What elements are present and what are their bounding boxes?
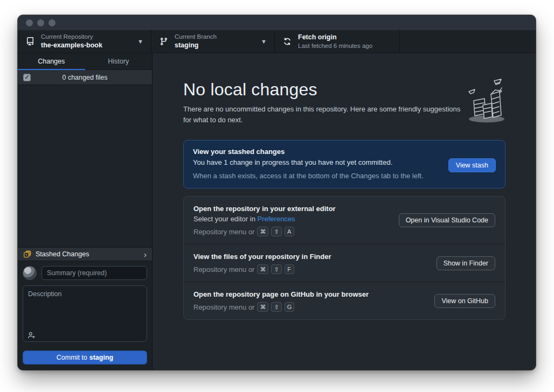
current-branch-label: Current Branch [175,33,217,41]
commit-description-input[interactable] [23,285,147,342]
stash-banner-hint: When a stash exists, access it at the bo… [193,172,496,180]
shortcut-prefix: Repository menu or [193,303,254,311]
app-window: Current Repository the-examples-book ▼ C… [18,15,536,370]
stash-banner-title: View your stashed changes [193,148,496,156]
commit-form: Commit to staging [18,261,152,370]
chevron-down-icon: ▼ [250,38,267,45]
main-panel: No local changes There are no uncommitte… [153,53,536,370]
commit-button-branch: staging [89,354,113,361]
current-branch-value: staging [175,41,217,50]
key-letter: G [285,302,295,312]
chevron-right-icon: › [144,250,147,258]
chevron-down-icon: ▼ [127,38,143,45]
preferences-link[interactable]: Preferences [258,215,295,223]
title-bar [18,15,536,30]
maximize-window-button[interactable] [49,19,56,26]
suggestion-show-in-finder: View the files of your repository in Fin… [184,244,505,282]
sync-icon [283,37,292,46]
view-stash-button[interactable]: View stash [448,158,496,172]
changed-files-count: 0 changed files [18,74,152,81]
add-coauthor-icon[interactable] [27,331,36,339]
shortcut-prefix: Repository menu or [193,265,254,274]
stashed-changes-row[interactable]: Stashed Changes › [18,247,152,261]
shortcut-hint: Repository menu or ⌘ ⇧ A [193,227,495,236]
toolbar: Current Repository the-examples-book ▼ C… [18,30,536,53]
current-repository-value: the-examples-book [41,41,102,50]
suggestion-view-on-github: Open the repository page on GitHub in yo… [184,282,505,319]
changed-files-list [18,85,152,247]
key-shift: ⇧ [271,227,281,236]
commit-summary-input[interactable] [41,266,147,280]
key-command: ⌘ [257,302,268,312]
show-in-finder-button[interactable]: Show in Finder [437,256,495,270]
view-on-github-button[interactable]: View on GitHub [434,294,495,308]
close-window-button[interactable] [26,19,33,26]
tab-history[interactable]: History [85,53,153,69]
tab-changes[interactable]: Changes [18,53,85,69]
stack-icon [23,250,31,258]
avatar [23,266,37,280]
key-letter: A [285,227,294,236]
page-subtitle: There are no uncommitted changes in this… [183,104,466,125]
open-in-editor-button[interactable]: Open in Visual Studio Code [399,213,495,227]
suggestions-list: Open the repository in your external edi… [183,196,505,320]
current-repository-dropdown[interactable]: Current Repository the-examples-book ▼ [18,30,151,53]
changed-files-row[interactable]: ✓ 0 changed files [18,70,152,85]
shortcut-prefix: Repository menu or [193,228,254,236]
suggestion-line-text: Select your editor in [193,215,258,223]
key-command: ⌘ [257,264,268,274]
sidebar: Changes History ✓ 0 changed files Stashe… [18,53,153,370]
stashed-changes-label: Stashed Changes [36,250,89,258]
key-shift: ⇧ [271,264,281,274]
key-letter: F [285,264,294,274]
page-title: No local changes [183,80,505,100]
fetch-origin-button[interactable]: Fetch origin Last fetched 6 minutes ago [275,30,400,53]
suggestion-open-external-editor: Open the repository in your external edi… [184,197,505,244]
suggestion-title: Open the repository in your external edi… [193,205,495,213]
commit-button[interactable]: Commit to staging [23,351,147,365]
fetch-origin-sublabel: Last fetched 6 minutes ago [298,42,372,50]
key-command: ⌘ [257,227,268,236]
sidebar-tabbar: Changes History [18,53,152,70]
stash-banner: View your stashed changes You have 1 cha… [183,140,505,188]
fetch-origin-label: Fetch origin [298,33,372,41]
commit-button-prefix: Commit to [57,354,87,361]
repo-icon [26,37,34,46]
key-shift: ⇧ [271,302,281,312]
no-changes-illustration [465,78,509,124]
minimize-window-button[interactable] [37,19,44,26]
git-branch-icon [160,37,168,46]
current-branch-dropdown[interactable]: Current Branch staging ▼ [151,30,275,53]
current-repository-label: Current Repository [41,33,102,41]
